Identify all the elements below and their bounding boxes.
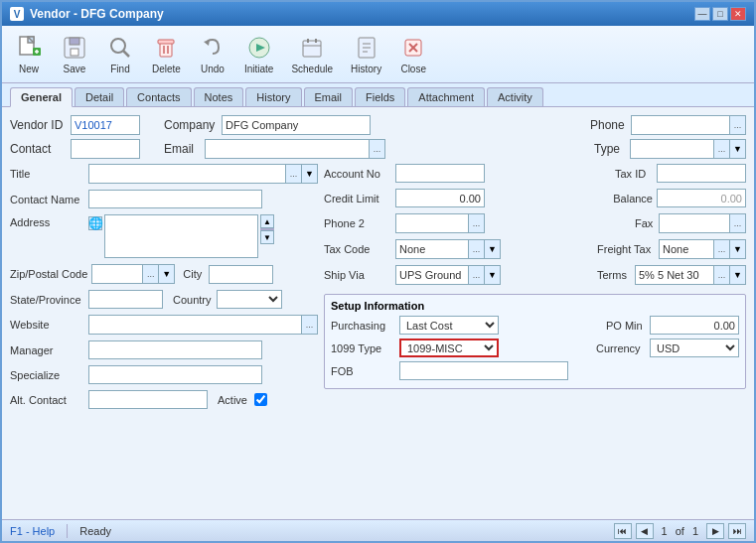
close-window-button[interactable]: ✕ bbox=[730, 7, 746, 21]
country-select[interactable] bbox=[217, 290, 282, 309]
tax-code-input[interactable] bbox=[395, 239, 469, 259]
terms-ellipsis-button[interactable]: ... bbox=[714, 265, 730, 285]
zip-dropdown-button[interactable]: ▼ bbox=[159, 264, 175, 284]
undo-button[interactable]: Undo bbox=[192, 31, 233, 77]
po-min-input[interactable] bbox=[650, 316, 739, 335]
fax-ellipsis-button[interactable]: ... bbox=[730, 213, 746, 233]
nav-first-button[interactable]: ⏮ bbox=[614, 523, 632, 539]
save-button[interactable]: Save bbox=[54, 31, 95, 77]
scroll-down-button[interactable]: ▼ bbox=[260, 230, 274, 244]
terms-input[interactable] bbox=[635, 265, 714, 285]
freight-tax-dropdown-button[interactable]: ▼ bbox=[730, 239, 746, 259]
tab-fields[interactable]: Fields bbox=[355, 87, 405, 106]
title-ellipsis-button[interactable]: ... bbox=[286, 164, 302, 184]
nav-last-button[interactable]: ⏭ bbox=[728, 523, 746, 539]
address-textarea[interactable] bbox=[104, 214, 258, 258]
tab-general[interactable]: General bbox=[10, 87, 73, 107]
find-button[interactable]: Find bbox=[99, 31, 141, 77]
tax-code-ellipsis-button[interactable]: ... bbox=[469, 239, 485, 259]
phone-input[interactable] bbox=[631, 115, 730, 135]
initiate-label: Initiate bbox=[244, 64, 273, 74]
specialize-input[interactable] bbox=[88, 365, 262, 384]
contact-name-label: Contact Name bbox=[10, 194, 84, 205]
email-ellipsis-button[interactable]: ... bbox=[370, 139, 385, 159]
contact-input[interactable] bbox=[71, 139, 140, 159]
type-dropdown-button[interactable]: ▼ bbox=[730, 139, 746, 159]
state-country-row: State/Province Country bbox=[10, 290, 318, 309]
account-no-input[interactable] bbox=[395, 164, 485, 183]
credit-limit-input[interactable] bbox=[395, 189, 485, 207]
po-min-label: PO Min bbox=[606, 320, 646, 332]
delete-label: Delete bbox=[152, 64, 181, 74]
phone2-input[interactable] bbox=[395, 213, 469, 233]
zip-ellipsis-button[interactable]: ... bbox=[143, 264, 159, 284]
minimize-button[interactable]: — bbox=[694, 7, 710, 21]
vendor-id-input[interactable] bbox=[71, 115, 140, 135]
1099-type-select[interactable]: 1099-MISC bbox=[399, 339, 499, 357]
balance-input[interactable] bbox=[657, 189, 746, 207]
website-ellipsis-button[interactable]: ... bbox=[302, 315, 318, 335]
state-input[interactable] bbox=[88, 290, 163, 309]
initiate-button[interactable]: Initiate bbox=[237, 31, 280, 77]
specialize-row: Specialize bbox=[10, 365, 318, 384]
tab-activity[interactable]: Activity bbox=[487, 87, 543, 106]
scroll-up-button[interactable]: ▲ bbox=[260, 214, 274, 228]
purchasing-label: Purchasing bbox=[331, 320, 395, 332]
tax-id-input[interactable] bbox=[657, 164, 746, 183]
nav-prev-button[interactable]: ◀ bbox=[636, 523, 654, 539]
title-input[interactable] bbox=[88, 164, 286, 184]
purchasing-select[interactable]: Last Cost bbox=[399, 316, 499, 335]
tab-history[interactable]: History bbox=[245, 87, 301, 106]
tab-attachment[interactable]: Attachment bbox=[407, 87, 485, 106]
delete-button[interactable]: Delete bbox=[145, 31, 188, 77]
manager-label: Manager bbox=[10, 344, 84, 356]
purchasing-pomin-row: Purchasing Last Cost PO Min bbox=[331, 316, 739, 335]
fax-input[interactable] bbox=[659, 213, 730, 233]
currency-select[interactable]: USD bbox=[650, 339, 739, 357]
type-input[interactable] bbox=[630, 139, 714, 159]
phone2-ellipsis-button[interactable]: ... bbox=[469, 213, 485, 233]
contact-name-input[interactable] bbox=[88, 190, 262, 208]
address-scrollbar[interactable]: ▲ ▼ bbox=[260, 214, 274, 244]
ship-via-dropdown-button[interactable]: ▼ bbox=[485, 265, 501, 285]
tab-contacts[interactable]: Contacts bbox=[126, 87, 191, 106]
active-checkbox[interactable] bbox=[254, 393, 267, 406]
tab-email[interactable]: Email bbox=[304, 87, 354, 106]
alt-contact-input[interactable] bbox=[88, 390, 208, 409]
address-map-button[interactable]: 🌐 bbox=[88, 216, 102, 230]
main-grid: Title ... ▼ Contact Name Address bbox=[10, 164, 746, 412]
website-input[interactable] bbox=[88, 315, 302, 335]
nav-next-button[interactable]: ▶ bbox=[706, 523, 724, 539]
fob-input[interactable] bbox=[399, 361, 568, 380]
title-dropdown-button[interactable]: ▼ bbox=[302, 164, 318, 184]
maximize-button[interactable]: □ bbox=[712, 7, 728, 21]
help-text[interactable]: F1 - Help bbox=[10, 525, 55, 537]
email-label: Email bbox=[164, 142, 199, 156]
terms-dropdown-button[interactable]: ▼ bbox=[730, 265, 746, 285]
tax-code-label: Tax Code bbox=[324, 243, 391, 255]
fob-label: FOB bbox=[331, 365, 395, 377]
tab-detail[interactable]: Detail bbox=[75, 87, 124, 106]
type-ellipsis-button[interactable]: ... bbox=[714, 139, 730, 159]
city-input[interactable] bbox=[209, 265, 273, 284]
tax-code-dropdown-button[interactable]: ▼ bbox=[485, 239, 501, 259]
email-input[interactable] bbox=[205, 139, 370, 159]
zip-input[interactable] bbox=[91, 264, 143, 284]
ship-via-ellipsis-button[interactable]: ... bbox=[469, 265, 485, 285]
freight-tax-ellipsis-button[interactable]: ... bbox=[714, 239, 730, 259]
freight-tax-input[interactable] bbox=[659, 239, 714, 259]
history-toolbar-button[interactable]: History bbox=[344, 31, 388, 77]
website-label: Website bbox=[10, 319, 84, 331]
setup-section: Setup Information Purchasing Last Cost P… bbox=[324, 294, 746, 389]
manager-input[interactable] bbox=[88, 340, 262, 359]
phone2-label: Phone 2 bbox=[324, 217, 391, 229]
phone-ellipsis-button[interactable]: ... bbox=[730, 115, 746, 135]
schedule-button[interactable]: Schedule bbox=[284, 31, 340, 77]
new-button[interactable]: New bbox=[8, 31, 50, 77]
ship-via-input[interactable] bbox=[395, 265, 469, 285]
svg-rect-12 bbox=[158, 40, 174, 44]
tab-notes[interactable]: Notes bbox=[194, 87, 244, 106]
company-input[interactable] bbox=[222, 115, 371, 135]
undo-icon bbox=[199, 34, 227, 62]
close-button[interactable]: Close bbox=[392, 31, 434, 77]
